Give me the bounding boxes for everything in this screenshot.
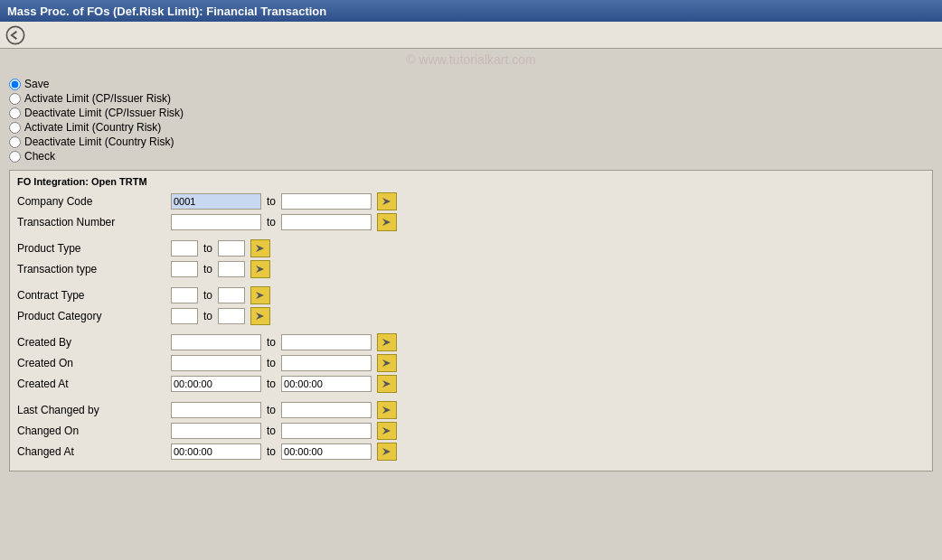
to-label-14: to — [267, 425, 276, 437]
to-label-1: to — [267, 216, 276, 229]
radio-check[interactable]: Check — [9, 150, 933, 163]
radio-group: Save Activate Limit (CP/Issuer Risk) Dea… — [9, 78, 933, 163]
to-label-15: to — [267, 445, 276, 458]
field-row-created-by: Created By to — [17, 333, 925, 351]
input-created-at-to[interactable] — [281, 376, 372, 392]
label-transaction-number: Transaction Number — [17, 216, 171, 229]
arrow-company-code[interactable] — [377, 192, 397, 210]
to-label-13: to — [267, 404, 276, 416]
section-title: FO Integration: Open TRTM — [17, 176, 925, 187]
field-row-contract-type: Contract Type to — [17, 286, 925, 304]
back-icon[interactable] — [5, 25, 25, 45]
label-created-by: Created By — [17, 336, 171, 349]
svg-marker-11 — [382, 427, 391, 434]
input-product-category-from[interactable] — [171, 308, 198, 324]
svg-marker-6 — [256, 313, 264, 320]
to-label-6: to — [203, 289, 212, 302]
field-row-product-type: Product Type to — [17, 239, 925, 257]
arrow-transaction-type[interactable] — [250, 260, 270, 278]
title-text: Mass Proc. of FOs (Def.Risk Limit): Fina… — [7, 5, 326, 18]
arrow-created-at[interactable] — [377, 375, 397, 393]
input-transaction-number-to[interactable] — [281, 214, 372, 230]
field-row-company-code: Company Code to — [17, 192, 925, 210]
to-label-4: to — [203, 263, 212, 275]
svg-point-0 — [6, 26, 24, 43]
section-fo-integration: FO Integration: Open TRTM Company Code t… — [9, 170, 933, 471]
to-label-7: to — [203, 310, 212, 322]
to-label-10: to — [267, 357, 276, 369]
field-row-created-at: Created At to — [17, 375, 925, 393]
arrow-created-on[interactable] — [377, 354, 397, 372]
label-changed-on: Changed On — [17, 425, 171, 437]
input-created-on-from[interactable] — [171, 355, 261, 371]
radio-deactivate-cp[interactable]: Deactivate Limit (CP/Issuer Risk) — [9, 107, 933, 119]
input-product-category-to[interactable] — [218, 308, 245, 324]
arrow-changed-on[interactable] — [377, 422, 397, 440]
to-label-0: to — [267, 195, 276, 208]
input-transaction-type-from[interactable] — [171, 261, 198, 277]
svg-marker-10 — [382, 406, 391, 414]
radio-activate-cp[interactable]: Activate Limit (CP/Issuer Risk) — [9, 92, 933, 105]
svg-marker-9 — [382, 380, 391, 387]
input-created-at-from[interactable] — [171, 376, 261, 392]
svg-marker-3 — [256, 245, 264, 252]
input-transaction-type-to[interactable] — [218, 261, 245, 277]
field-row-changed-at: Changed At to — [17, 443, 925, 461]
label-last-changed-by: Last Changed by — [17, 404, 171, 416]
watermark: © www.tutorialkart.com — [0, 49, 942, 70]
label-company-code: Company Code — [17, 195, 171, 208]
label-changed-at: Changed At — [17, 445, 171, 458]
input-company-code-to[interactable] — [281, 193, 372, 210]
title-bar: Mass Proc. of FOs (Def.Risk Limit): Fina… — [0, 0, 942, 22]
input-created-by-to[interactable] — [281, 334, 372, 350]
input-contract-type-to[interactable] — [218, 287, 245, 303]
arrow-changed-at[interactable] — [377, 443, 397, 461]
svg-marker-5 — [256, 292, 264, 299]
label-contract-type: Contract Type — [17, 289, 171, 302]
to-label-11: to — [267, 378, 276, 390]
arrow-created-by[interactable] — [377, 333, 397, 351]
svg-marker-2 — [382, 219, 391, 226]
svg-marker-7 — [382, 339, 391, 346]
label-created-at: Created At — [17, 378, 171, 390]
svg-marker-8 — [382, 359, 391, 367]
radio-activate-country[interactable]: Activate Limit (Country Risk) — [9, 121, 933, 134]
input-transaction-number-from[interactable] — [171, 214, 261, 230]
to-label-3: to — [203, 242, 212, 255]
input-contract-type-from[interactable] — [171, 287, 198, 303]
svg-marker-1 — [382, 198, 391, 205]
field-row-transaction-type: Transaction type to — [17, 260, 925, 278]
arrow-contract-type[interactable] — [250, 286, 270, 304]
input-created-on-to[interactable] — [281, 355, 372, 371]
to-label-9: to — [267, 336, 276, 349]
input-last-changed-by-from[interactable] — [171, 402, 261, 418]
label-product-type: Product Type — [17, 242, 171, 255]
input-product-type-from[interactable] — [171, 240, 198, 257]
field-row-transaction-number: Transaction Number to — [17, 213, 925, 231]
arrow-transaction-number[interactable] — [377, 213, 397, 231]
input-changed-on-from[interactable] — [171, 423, 261, 439]
input-company-code-from[interactable] — [171, 193, 261, 210]
radio-save[interactable]: Save — [9, 78, 933, 90]
toolbar — [0, 22, 942, 49]
label-created-on: Created On — [17, 357, 171, 369]
field-row-created-on: Created On to — [17, 354, 925, 372]
label-product-category: Product Category — [17, 310, 171, 322]
arrow-product-category[interactable] — [250, 307, 270, 325]
field-row-changed-on: Changed On to — [17, 422, 925, 440]
radio-deactivate-country[interactable]: Deactivate Limit (Country Risk) — [9, 135, 933, 148]
field-row-product-category: Product Category to — [17, 307, 925, 325]
field-row-last-changed-by: Last Changed by to — [17, 401, 925, 419]
svg-marker-4 — [256, 266, 264, 273]
input-changed-on-to[interactable] — [281, 423, 372, 439]
svg-marker-12 — [382, 448, 391, 455]
label-transaction-type: Transaction type — [17, 263, 171, 275]
input-changed-at-from[interactable] — [171, 443, 261, 460]
arrow-last-changed-by[interactable] — [377, 401, 397, 419]
arrow-product-type[interactable] — [250, 239, 270, 257]
input-product-type-to[interactable] — [218, 240, 245, 257]
input-changed-at-to[interactable] — [281, 443, 372, 460]
input-created-by-from[interactable] — [171, 334, 261, 350]
input-last-changed-by-to[interactable] — [281, 402, 372, 418]
